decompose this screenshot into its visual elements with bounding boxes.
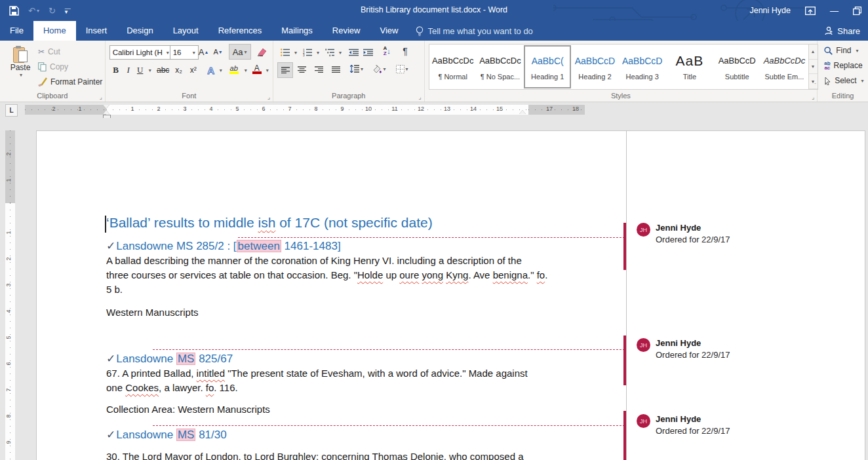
superscript-button[interactable]: x² — [187, 63, 200, 77]
clear-formatting-button[interactable] — [255, 44, 269, 58]
show-paragraph-marks-button[interactable]: ¶ — [399, 45, 411, 58]
tab-home[interactable]: Home — [33, 21, 76, 41]
tab-file[interactable]: File — [0, 21, 33, 41]
comment-author[interactable]: Jenni Hyde — [656, 414, 701, 424]
paragraph-line[interactable]: one Cookes, a lawyer. fo. 116. — [106, 382, 238, 393]
styles-dialog-launcher[interactable]: ⌟ — [812, 94, 814, 100]
highlight-caret[interactable]: ▾ — [242, 63, 248, 77]
borders-button[interactable]: ▾ — [393, 62, 411, 75]
style-heading-2[interactable]: AaBbCcDHeading 2 — [571, 45, 618, 88]
style-no-spacing[interactable]: AaBbCcDc¶ No Spac... — [477, 45, 524, 88]
style-heading-1[interactable]: AaBbC(Heading 1 — [524, 45, 571, 88]
paragraph-line[interactable]: 67. A printed Ballad, intitled "The pres… — [106, 368, 528, 379]
paragraph-line[interactable]: A ballad describing the manner of the co… — [106, 255, 522, 266]
grow-font-button[interactable]: A▲ — [197, 45, 210, 59]
first-line-indent-marker[interactable] — [103, 105, 109, 109]
multilevel-list-button[interactable] — [323, 46, 336, 59]
decrease-indent-button[interactable] — [347, 46, 360, 59]
bullets-caret[interactable]: ▾ — [292, 46, 298, 59]
font-color-caret[interactable]: ▾ — [264, 63, 270, 77]
tab-view[interactable]: View — [370, 21, 408, 41]
clipboard-dialog-launcher[interactable]: ⌟ — [99, 94, 102, 100]
heading-2-lansdowne-825[interactable]: ✓Lansdowne MS 825/67 — [106, 352, 233, 366]
line-spacing-button[interactable]: ▾ — [348, 62, 365, 75]
style-heading-3[interactable]: AaBbCcDHeading 3 — [619, 45, 666, 88]
share-button[interactable]: Share — [824, 21, 860, 41]
shading-button[interactable]: ▾ — [370, 62, 387, 75]
cut-button[interactable]: ✂ Cut — [38, 47, 60, 56]
paragraph-line[interactable]: 30. The Lord Mayor of London, to Lord Bu… — [106, 451, 524, 460]
select-button[interactable]: Select▾ — [824, 76, 863, 85]
gallery-scroll-up[interactable]: ▲ — [809, 45, 818, 60]
align-center-button[interactable] — [294, 62, 309, 77]
tab-insert[interactable]: Insert — [76, 21, 117, 41]
underline-caret[interactable]: ▾ — [146, 63, 153, 77]
comment-text[interactable]: Ordered for 22/9/17 — [656, 426, 730, 436]
style-normal[interactable]: AaBbCcDc¶ Normal — [429, 45, 477, 88]
style-subtitle[interactable]: AaBbCcDSubtitle — [713, 45, 760, 88]
heading-2-lansdowne-81[interactable]: ✓Lansdowne MS 81/30 — [106, 428, 227, 442]
align-right-button[interactable] — [311, 62, 326, 77]
strikethrough-button[interactable]: abc — [155, 63, 171, 77]
multilevel-caret[interactable]: ▾ — [336, 46, 343, 59]
replace-button[interactable]: ab̲ac Replace — [824, 61, 862, 70]
tab-stop-selector[interactable]: L — [5, 104, 18, 117]
shrink-font-button[interactable]: A▼ — [212, 45, 225, 59]
signed-in-user[interactable]: Jenni Hyde — [749, 6, 791, 15]
comment-text[interactable]: Ordered for 22/9/17 — [656, 350, 730, 360]
paragraph-line[interactable]: 5 b. — [106, 284, 123, 295]
horizontal-ruler[interactable]: 211234567891011121314151718 — [25, 105, 585, 115]
tab-mailings[interactable]: Mailings — [271, 21, 323, 41]
heading-1[interactable]: ‘Ballad’ results to middle ish of 17C (n… — [106, 215, 433, 231]
paste-button[interactable]: Paste ▾ — [5, 45, 35, 92]
restore-button[interactable] — [853, 7, 861, 15]
change-case-button[interactable]: Aa▾ — [229, 44, 251, 60]
paragraph-line[interactable]: three courses or services at table on th… — [106, 269, 547, 280]
comment-author[interactable]: Jenni Hyde — [656, 223, 701, 233]
italic-button[interactable]: I — [124, 63, 133, 77]
font-size-combo[interactable]: 16▾ — [170, 45, 199, 60]
collection-label[interactable]: Collection Area: Western Manuscripts — [106, 404, 270, 415]
customize-qat-button[interactable]: —▾ — [65, 7, 71, 14]
bold-button[interactable]: B — [111, 63, 121, 77]
collection-label[interactable]: Western Manuscripts — [106, 307, 199, 318]
font-name-combo[interactable]: Calibri Light (H▾ — [109, 45, 172, 60]
paste-caret[interactable]: ▾ — [20, 72, 22, 78]
comment-text[interactable]: Ordered for 22/9/17 — [656, 235, 730, 244]
undo-caret[interactable]: ▾ — [37, 8, 39, 14]
subscript-button[interactable]: x₂ — [172, 63, 186, 77]
font-dialog-launcher[interactable]: ⌟ — [267, 94, 270, 100]
underline-button[interactable]: U — [136, 63, 145, 77]
ribbon-display-options-button[interactable] — [805, 7, 816, 15]
gallery-more-button[interactable]: ▼̱ — [809, 74, 818, 89]
find-button[interactable]: Find▾ — [824, 46, 858, 55]
text-effects-caret[interactable]: ▾ — [217, 63, 224, 77]
style-title[interactable]: AaBTitle — [666, 45, 713, 88]
hanging-indent-marker[interactable] — [103, 110, 109, 114]
save-button[interactable] — [9, 6, 19, 16]
minimize-button[interactable]: — — [830, 6, 838, 16]
style-subtle-emphasis[interactable]: AaBbCcDcSubtle Em... — [760, 45, 808, 88]
gallery-scroll-down[interactable]: ▼ — [809, 60, 818, 75]
tab-review[interactable]: Review — [323, 21, 370, 41]
redo-button[interactable]: ↻ — [49, 6, 56, 16]
format-painter-button[interactable]: Format Painter — [38, 77, 102, 86]
align-left-button[interactable] — [277, 62, 293, 78]
comment-author[interactable]: Jenni Hyde — [656, 338, 701, 348]
justify-button[interactable] — [328, 62, 343, 77]
sort-button[interactable]: AZ↓ — [380, 45, 394, 58]
text-effects-button[interactable]: A — [205, 63, 217, 77]
right-indent-marker[interactable] — [519, 110, 526, 114]
vertical-ruler[interactable]: 21123456789 — [5, 123, 15, 460]
tell-me-box[interactable]: Tell me what you want to do — [408, 21, 540, 41]
highlight-button[interactable]: ab — [226, 62, 242, 77]
heading-2-lansdowne-285[interactable]: ✓Lansdowne MS 285/2 : [between 1461-1483… — [106, 239, 341, 253]
font-color-button[interactable]: A — [251, 62, 263, 77]
tab-references[interactable]: References — [208, 21, 271, 41]
paragraph-dialog-launcher[interactable]: ⌟ — [418, 94, 421, 100]
tab-layout[interactable]: Layout — [163, 21, 208, 41]
bullets-button[interactable] — [279, 46, 292, 59]
increase-indent-button[interactable] — [361, 46, 374, 59]
numbering-caret[interactable]: ▾ — [314, 46, 321, 59]
numbering-button[interactable]: 123 — [301, 46, 314, 59]
